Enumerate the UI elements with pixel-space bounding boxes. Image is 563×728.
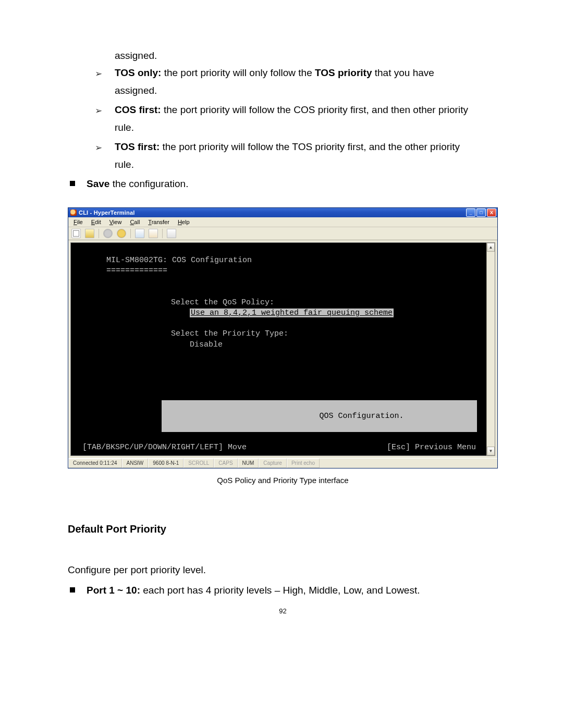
- status-connected: Connected 0:11:24: [68, 459, 122, 468]
- status-caps: CAPS: [214, 459, 237, 468]
- terminal-divider: =============: [106, 266, 481, 276]
- status-echo: Print echo: [287, 459, 320, 468]
- properties-icon[interactable]: [167, 229, 176, 238]
- send-icon[interactable]: [135, 229, 144, 238]
- menu-edit[interactable]: Edit: [88, 218, 104, 226]
- minimize-button[interactable]: _: [466, 208, 475, 217]
- paragraph: Configure per port priority level.: [68, 561, 498, 578]
- list-text: the port priority will follow the COS pr…: [161, 104, 468, 115]
- status-bar: Connected 0:11:24 ANSIW 9600 8-N-1 SCROL…: [68, 458, 497, 468]
- list-item: ➢ COS first: the port priority will foll…: [68, 101, 498, 119]
- toolbar: [68, 227, 497, 240]
- list-label: Save: [87, 178, 109, 189]
- terminal-area[interactable]: MIL-SM8002TG: COS Configuration ========…: [70, 242, 486, 456]
- figure-caption: QoS Policy and Priority Type interface: [68, 476, 498, 485]
- list-label: COS first:: [115, 104, 161, 115]
- list-text: the configuration.: [109, 178, 188, 189]
- toolbar-separator: [99, 229, 99, 238]
- list-item: ➢ TOS first: the port priority will foll…: [68, 138, 498, 156]
- status-capture: Capture: [259, 459, 287, 468]
- terminal-selected-value[interactable]: Use an 8,4,2,1 weighted fair queuing sch…: [190, 309, 394, 317]
- list-label: TOS only:: [115, 67, 161, 78]
- menu-view[interactable]: View: [106, 218, 125, 226]
- list-label: Port 1 ~ 10:: [87, 585, 140, 596]
- chevron-right-icon: ➢: [95, 66, 103, 82]
- resize-grip-icon[interactable]: [489, 459, 497, 468]
- menu-transfer[interactable]: Transfer: [145, 218, 173, 226]
- list-text-cont: rule.: [115, 156, 498, 173]
- terminal-footer-bar: QOS Configuration.: [162, 400, 476, 432]
- terminal-hint-right: [Esc] Previous Menu: [387, 442, 481, 453]
- hyperterminal-window: CLI - HyperTerminal _ □ X File Edit View…: [68, 207, 498, 468]
- scrollbar[interactable]: ▲ ▼: [486, 242, 495, 456]
- menu-help[interactable]: Help: [175, 218, 193, 226]
- status-emulation: ANSIW: [122, 459, 149, 468]
- toolbar-separator: [162, 229, 163, 238]
- toolbar-separator: [130, 229, 131, 238]
- list-text: that you have: [372, 67, 434, 78]
- list-text: the port priority will follow the TOS pr…: [160, 141, 460, 152]
- connect-icon[interactable]: [103, 229, 113, 238]
- chevron-right-icon: ➢: [95, 140, 103, 156]
- menu-call[interactable]: Call: [127, 218, 143, 226]
- new-icon[interactable]: [71, 229, 81, 238]
- list-text-bold: TOS priority: [315, 67, 372, 78]
- scroll-up-icon[interactable]: ▲: [487, 243, 495, 252]
- document-page: assigned. ➢ TOS only: the port priority …: [0, 0, 563, 636]
- list-item: Port 1 ~ 10: each port has 4 priority le…: [68, 582, 498, 599]
- scroll-down-icon[interactable]: ▼: [487, 447, 495, 455]
- list-label: TOS first:: [115, 141, 160, 152]
- window-titlebar[interactable]: CLI - HyperTerminal _ □ X: [68, 208, 497, 217]
- list-text: the port priority will only follow the: [161, 67, 315, 78]
- disconnect-icon[interactable]: [117, 229, 126, 238]
- list-text-cont: assigned.: [115, 82, 498, 99]
- app-icon: [70, 209, 77, 216]
- menu-file[interactable]: File: [70, 218, 86, 226]
- list-item: Save the configuration.: [68, 175, 498, 192]
- menubar: File Edit View Call Transfer Help: [68, 217, 497, 227]
- list-item: ➢ TOS only: the port priority will only …: [68, 64, 498, 82]
- terminal-hint-left: [TAB/BKSPC/UP/DOWN/RIGHT/LEFT] Move: [82, 442, 247, 453]
- terminal-label: Select the Priority Type:: [171, 329, 481, 339]
- square-bullet-icon: [70, 587, 75, 593]
- chevron-right-icon: ➢: [95, 103, 103, 119]
- terminal-label: Select the QoS Policy:: [171, 298, 481, 308]
- status-scroll: SCROLL: [183, 459, 214, 468]
- maximize-button[interactable]: □: [476, 208, 486, 217]
- page-number: 92: [68, 607, 498, 615]
- square-bullet-icon: [70, 181, 75, 186]
- terminal-value[interactable]: Disable: [190, 340, 481, 350]
- section-heading: Default Port Priority: [68, 523, 498, 535]
- status-num: NUM: [238, 459, 259, 468]
- list-text-cont: rule.: [115, 119, 498, 136]
- status-baud: 9600 8-N-1: [148, 459, 183, 468]
- open-icon[interactable]: [85, 229, 94, 238]
- window-title: CLI - HyperTerminal: [79, 209, 135, 216]
- terminal-header: MIL-SM8002TG: COS Configuration: [106, 255, 481, 266]
- list-text: each port has 4 priority levels – High, …: [140, 585, 420, 596]
- receive-icon[interactable]: [149, 229, 158, 238]
- paragraph-fragment: assigned.: [115, 47, 498, 64]
- close-button[interactable]: X: [487, 208, 496, 217]
